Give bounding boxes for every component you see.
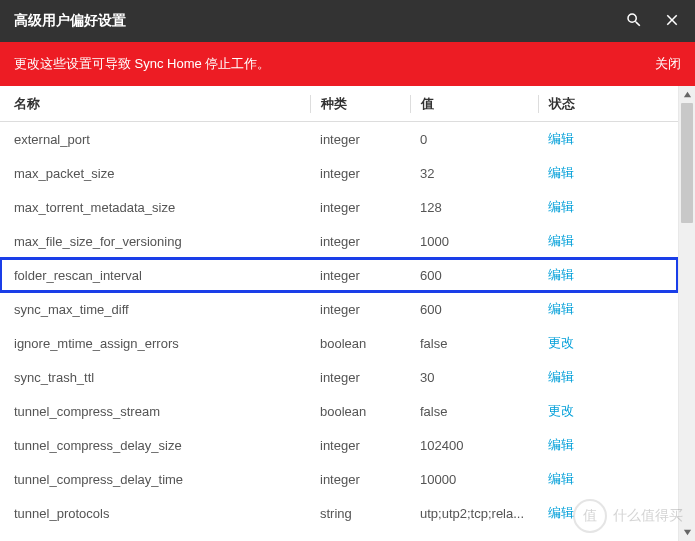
cell-value: 32 (410, 166, 538, 181)
table-body: external_portinteger0编辑max_packet_sizein… (0, 122, 678, 530)
vertical-scrollbar[interactable] (678, 86, 695, 541)
edit-link[interactable]: 编辑 (548, 301, 574, 316)
cell-value: 600 (410, 302, 538, 317)
table-row: tunnel_compress_delay_sizeinteger102400编… (0, 428, 678, 462)
cell-status: 编辑 (538, 232, 678, 250)
cell-type: integer (310, 132, 410, 147)
header-type: 种类 (310, 95, 410, 113)
cell-type: integer (310, 166, 410, 181)
cell-name: max_file_size_for_versioning (0, 234, 310, 249)
cell-status: 更改 (538, 402, 678, 420)
header-value: 值 (410, 95, 538, 113)
table-row: tunnel_compress_delay_timeinteger10000编辑 (0, 462, 678, 496)
cell-type: integer (310, 234, 410, 249)
edit-link[interactable]: 编辑 (548, 199, 574, 214)
cell-type: integer (310, 438, 410, 453)
content-area: 名称 种类 值 状态 external_portinteger0编辑max_pa… (0, 86, 695, 541)
header-status: 状态 (538, 95, 678, 113)
titlebar-actions (625, 11, 681, 32)
cell-type: integer (310, 472, 410, 487)
table-header-row: 名称 种类 值 状态 (0, 86, 678, 122)
cell-type: boolean (310, 336, 410, 351)
cell-name: tunnel_compress_delay_size (0, 438, 310, 453)
edit-link[interactable]: 编辑 (548, 233, 574, 248)
settings-table: 名称 种类 值 状态 external_portinteger0编辑max_pa… (0, 86, 678, 541)
cell-name: sync_trash_ttl (0, 370, 310, 385)
scrollbar-thumb[interactable] (681, 103, 693, 223)
cell-status: 更改 (538, 334, 678, 352)
cell-status: 编辑 (538, 504, 678, 522)
edit-link[interactable]: 编辑 (548, 369, 574, 384)
change-link[interactable]: 更改 (548, 335, 574, 350)
cell-type: integer (310, 302, 410, 317)
cell-type: boolean (310, 404, 410, 419)
table-row: tunnel_compress_streambooleanfalse更改 (0, 394, 678, 428)
change-link[interactable]: 更改 (548, 403, 574, 418)
cell-name: folder_rescan_interval (0, 268, 310, 283)
table-row: max_file_size_for_versioninginteger1000编… (0, 224, 678, 258)
table-row: ignore_mtime_assign_errorsbooleanfalse更改 (0, 326, 678, 360)
table-row: tunnel_protocolsstringutp;utp2;tcp;rela.… (0, 496, 678, 530)
edit-link[interactable]: 编辑 (548, 437, 574, 452)
warning-close-button[interactable]: 关闭 (655, 55, 681, 73)
cell-status: 编辑 (538, 436, 678, 454)
scroll-up-button[interactable] (679, 86, 695, 103)
cell-name: max_packet_size (0, 166, 310, 181)
cell-name: max_torrent_metadata_size (0, 200, 310, 215)
edit-link[interactable]: 编辑 (548, 165, 574, 180)
warning-banner: 更改这些设置可导致 Sync Home 停止工作。 关闭 (0, 42, 695, 86)
cell-type: integer (310, 268, 410, 283)
cell-name: external_port (0, 132, 310, 147)
cell-status: 编辑 (538, 164, 678, 182)
cell-name: tunnel_compress_delay_time (0, 472, 310, 487)
table-row: folder_rescan_intervalinteger600编辑 (0, 258, 678, 292)
cell-status: 编辑 (538, 470, 678, 488)
page-title: 高级用户偏好设置 (14, 12, 625, 30)
table-row: max_torrent_metadata_sizeinteger128编辑 (0, 190, 678, 224)
search-icon[interactable] (625, 11, 643, 32)
cell-value: 128 (410, 200, 538, 215)
table-row: max_packet_sizeinteger32编辑 (0, 156, 678, 190)
cell-value: 10000 (410, 472, 538, 487)
table-row: sync_max_time_diffinteger600编辑 (0, 292, 678, 326)
table-row: external_portinteger0编辑 (0, 122, 678, 156)
cell-value: false (410, 404, 538, 419)
edit-link[interactable]: 编辑 (548, 471, 574, 486)
cell-value: 0 (410, 132, 538, 147)
cell-name: ignore_mtime_assign_errors (0, 336, 310, 351)
scroll-down-button[interactable] (679, 524, 695, 541)
cell-type: integer (310, 200, 410, 215)
cell-status: 编辑 (538, 266, 678, 284)
cell-value: 600 (410, 268, 538, 283)
cell-value: 1000 (410, 234, 538, 249)
edit-link[interactable]: 编辑 (548, 505, 574, 520)
cell-value: utp;utp2;tcp;rela... (410, 506, 538, 521)
cell-status: 编辑 (538, 130, 678, 148)
table-row: sync_trash_ttlinteger30编辑 (0, 360, 678, 394)
cell-name: tunnel_compress_stream (0, 404, 310, 419)
cell-status: 编辑 (538, 198, 678, 216)
cell-status: 编辑 (538, 300, 678, 318)
warning-text: 更改这些设置可导致 Sync Home 停止工作。 (14, 55, 655, 73)
cell-value: false (410, 336, 538, 351)
edit-link[interactable]: 编辑 (548, 131, 574, 146)
edit-link[interactable]: 编辑 (548, 267, 574, 282)
titlebar: 高级用户偏好设置 (0, 0, 695, 42)
header-name: 名称 (0, 95, 310, 113)
cell-value: 102400 (410, 438, 538, 453)
close-icon[interactable] (663, 11, 681, 32)
cell-type: string (310, 506, 410, 521)
cell-value: 30 (410, 370, 538, 385)
cell-status: 编辑 (538, 368, 678, 386)
cell-name: sync_max_time_diff (0, 302, 310, 317)
scrollbar-track[interactable] (679, 103, 695, 524)
cell-name: tunnel_protocols (0, 506, 310, 521)
cell-type: integer (310, 370, 410, 385)
